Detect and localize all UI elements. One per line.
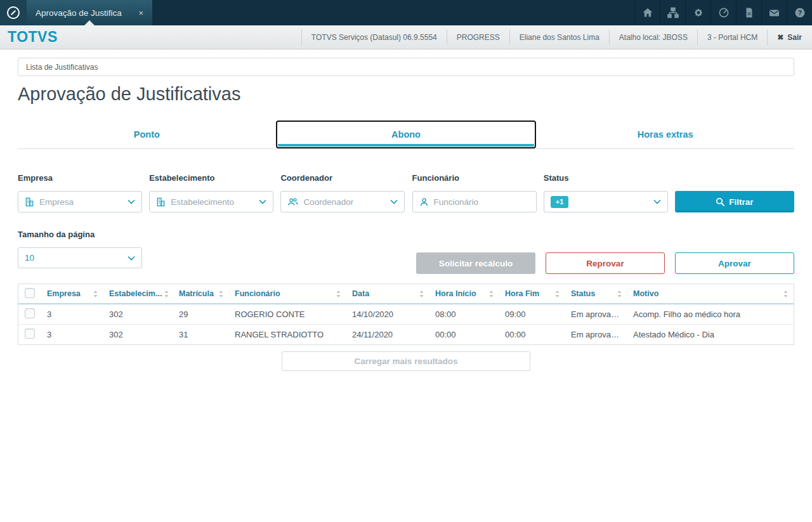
request-recalc-button[interactable]: Solicitar recálculo (416, 252, 535, 274)
status-multiselect[interactable]: +1 (544, 191, 668, 212)
cell-hora-fim: 09:00 (499, 304, 565, 324)
sort-icon[interactable] (419, 290, 424, 297)
filter-button-group: Filtrar (675, 173, 794, 212)
status-selected-badge[interactable]: +1 (551, 196, 569, 208)
sort-icon[interactable] (617, 290, 622, 297)
home-icon[interactable] (634, 0, 660, 25)
top-navbar: Aprovação de Justifica × (0, 0, 812, 25)
filter-estabelecimento: Estabelecimento Estabelecimento (149, 173, 273, 212)
cell-data: 24/11/2020 (346, 324, 429, 344)
sort-icon[interactable] (164, 290, 169, 297)
estabelecimento-label: Estabelecimento (149, 173, 273, 183)
cell-status: Em aprovaçã... (565, 304, 627, 324)
action-buttons: Solicitar recálculo Reprovar Aprovar (416, 252, 794, 274)
tab-horas-extras[interactable]: Horas extras (536, 121, 794, 148)
settings-gear-icon[interactable] (685, 0, 710, 25)
col-data: Data (352, 289, 369, 298)
table-row[interactable]: 3 302 29 ROGERIO CONTE 14/10/2020 08:00 … (18, 304, 794, 324)
cell-matricula: 31 (173, 324, 229, 344)
approve-button[interactable]: Aprovar (675, 252, 794, 274)
header-item-user[interactable]: Eliane dos Santos Lima (509, 30, 609, 45)
sort-icon[interactable] (93, 290, 98, 297)
cell-data: 14/10/2020 (346, 304, 429, 324)
person-icon (419, 197, 429, 207)
page-size-label: Tamanho da página (18, 230, 142, 239)
document-icon[interactable] (736, 0, 761, 25)
empresa-select[interactable]: Empresa (18, 191, 142, 212)
navbar-icon-group: ? (634, 0, 812, 25)
totvs-brand: TOTVS (8, 29, 58, 46)
coordenador-select[interactable]: Coordenador (280, 191, 405, 212)
status-label: Status (544, 173, 668, 183)
search-icon (716, 197, 724, 206)
row-checkbox[interactable] (25, 308, 35, 318)
tab-bar: Ponto Abono Horas extras (18, 121, 794, 149)
col-matricula: Matrícula (179, 289, 214, 298)
sort-icon[interactable] (489, 290, 494, 297)
cell-empresa: 3 (41, 324, 103, 344)
breadcrumb: Lista de Justificativas (18, 58, 794, 76)
page-size-group: Tamanho da página 10 (18, 230, 142, 268)
help-icon[interactable]: ? (787, 0, 812, 25)
tab-close-icon[interactable]: × (138, 8, 143, 18)
active-tab-underline (278, 144, 535, 147)
select-all-checkbox[interactable] (25, 288, 35, 298)
col-empresa: Empresa (47, 289, 81, 298)
mail-icon[interactable] (761, 0, 787, 25)
tab-title: Aprovação de Justifica (36, 8, 132, 18)
filter-button-label: Filtrar (729, 197, 753, 207)
chevron-down-icon (653, 199, 661, 204)
cell-status: Em aprovaçã... (565, 324, 627, 344)
sort-icon[interactable] (336, 290, 341, 297)
filter-funcionario: Funcionário (412, 173, 537, 212)
empresa-placeholder: Empresa (39, 197, 74, 207)
funcionario-input[interactable] (434, 197, 530, 207)
tab-ponto[interactable]: Ponto (18, 121, 276, 148)
header-item-portal[interactable]: 3 - Portal HCM (697, 30, 767, 45)
fluig-logo-icon (6, 6, 20, 20)
estabelecimento-select[interactable]: Estabelecimento (149, 191, 273, 212)
estabelecimento-placeholder: Estabelecimento (171, 197, 234, 207)
app-logo[interactable] (0, 0, 27, 25)
chevron-down-icon (128, 256, 135, 261)
table-row[interactable]: 3 302 31 RANGEL STRADIOTTO 24/11/2020 00… (18, 324, 794, 344)
active-tab-notch (84, 20, 95, 25)
tab-abono[interactable]: Abono (276, 121, 537, 148)
building-icon (25, 197, 34, 207)
clock-icon[interactable] (710, 0, 736, 25)
chevron-down-icon (390, 199, 398, 204)
justifications-table: Empresa Estabelecim... Matrícula Funcion… (18, 284, 794, 345)
logout-button[interactable]: ✖ Sair (767, 30, 806, 45)
load-more-button[interactable]: Carregar mais resultados (282, 351, 530, 371)
filter-button[interactable]: Filtrar (675, 191, 794, 212)
cell-funcionario: ROGERIO CONTE (229, 304, 346, 324)
org-chart-icon[interactable] (660, 0, 685, 25)
empresa-label: Empresa (18, 173, 142, 183)
reject-button[interactable]: Reprovar (546, 252, 665, 274)
cell-funcionario: RANGEL STRADIOTTO (229, 324, 346, 344)
cell-motivo: Atestado Médico - Dia (627, 324, 794, 344)
page-title: Aprovação de Justificativas (18, 84, 794, 105)
page-size-select[interactable]: 10 (18, 247, 142, 268)
coordenador-label: Coordenador (280, 173, 405, 183)
cell-hora-inicio: 08:00 (429, 304, 499, 324)
filter-status: Status +1 (544, 173, 668, 212)
sort-icon[interactable] (219, 290, 223, 297)
filter-row: Empresa Empresa Estabelecimento (18, 173, 794, 212)
controls-row: Tamanho da página 10 Solicitar recálculo… (18, 230, 794, 268)
tab-abono-label: Abono (391, 129, 421, 140)
svg-text:?: ? (797, 9, 801, 16)
cell-matricula: 29 (173, 304, 229, 324)
main-content: Lista de Justificativas Aprovação de Jus… (0, 49, 812, 371)
sort-icon[interactable] (783, 290, 788, 297)
cell-empresa: 3 (41, 304, 103, 324)
open-tab-aprovacao[interactable]: Aprovação de Justifica × (27, 0, 152, 25)
sort-icon[interactable] (555, 290, 560, 297)
building-icon (156, 197, 166, 207)
col-estabelecimento: Estabelecim... (109, 289, 162, 298)
logout-x-icon: ✖ (777, 33, 783, 42)
col-hora-fim: Hora Fim (505, 289, 539, 298)
row-checkbox[interactable] (25, 329, 35, 339)
chevron-down-icon (128, 199, 135, 204)
filter-empresa: Empresa Empresa (18, 173, 142, 212)
